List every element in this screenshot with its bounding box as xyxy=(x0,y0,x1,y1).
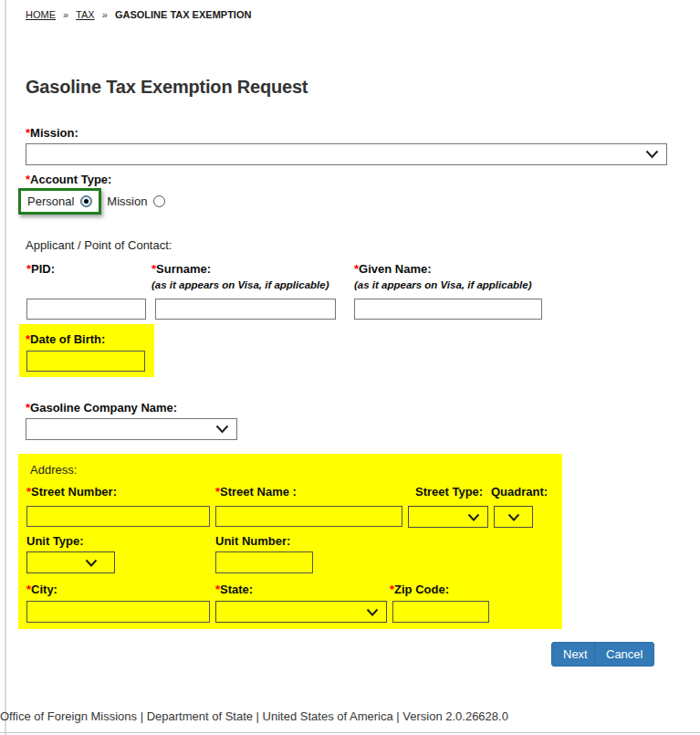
address-section-heading: Address: xyxy=(30,463,77,477)
quadrant-select[interactable] xyxy=(494,506,533,528)
given-name-label: *Given Name: xyxy=(354,262,432,276)
mission-label: *Mission: xyxy=(26,126,78,140)
street-name-label: *Street Name : xyxy=(215,485,297,499)
date-of-birth-label: *Date of Birth: xyxy=(26,332,105,346)
applicant-section-heading: Applicant / Point of Contact: xyxy=(26,238,172,252)
account-type-radio-group: Personal Mission xyxy=(18,188,165,215)
breadcrumb-current-page: GASOLINE TAX EXEMPTION xyxy=(115,9,252,20)
given-name-input[interactable] xyxy=(354,299,542,320)
unit-type-label: Unit Type: xyxy=(26,534,84,548)
pid-input[interactable] xyxy=(26,299,146,320)
date-of-birth-input[interactable] xyxy=(26,351,145,372)
breadcrumb-home-link[interactable]: HOME xyxy=(26,9,56,20)
selection-highlight-box: Personal xyxy=(18,188,101,215)
account-type-mission-label: Mission xyxy=(107,194,147,208)
quadrant-label: Quadrant: xyxy=(491,485,548,499)
account-type-radio-personal[interactable] xyxy=(80,195,92,207)
chevron-down-icon xyxy=(507,513,520,521)
page-bottom-border xyxy=(0,732,700,733)
cancel-button[interactable]: Cancel xyxy=(594,642,654,667)
chevron-down-icon xyxy=(85,559,98,567)
city-label: *City: xyxy=(26,583,57,596)
next-button[interactable]: Next xyxy=(551,642,600,667)
zip-code-input[interactable] xyxy=(392,601,489,623)
chevron-down-icon xyxy=(467,513,480,521)
footer-text: Office of Foreign Missions | Department … xyxy=(0,709,508,723)
pid-label: *PID: xyxy=(26,262,55,276)
breadcrumb-separator: » xyxy=(63,9,68,20)
unit-number-input[interactable] xyxy=(215,551,313,573)
breadcrumb: HOME » TAX » GASOLINE TAX EXEMPTION xyxy=(26,9,251,20)
account-type-radio-mission[interactable] xyxy=(153,195,165,207)
account-type-personal-label: Personal xyxy=(27,194,74,208)
surname-input[interactable] xyxy=(155,299,336,320)
surname-visa-note: (as it appears on Visa, if applicable) xyxy=(151,279,329,290)
chevron-down-icon xyxy=(645,150,659,159)
page-title: Gasoline Tax Exemption Request xyxy=(26,77,308,98)
zip-code-label: *Zip Code: xyxy=(390,583,449,596)
chevron-down-icon xyxy=(366,608,379,616)
state-label: *State: xyxy=(215,583,253,596)
street-type-label: Street Type: xyxy=(415,485,483,499)
city-input[interactable] xyxy=(26,601,210,623)
mission-select[interactable] xyxy=(26,143,667,165)
surname-label: *Surname: xyxy=(151,262,211,276)
street-type-select[interactable] xyxy=(408,506,488,528)
breadcrumb-tax-link[interactable]: TAX xyxy=(76,9,95,20)
breadcrumb-separator: » xyxy=(102,9,108,20)
account-type-label: *Account Type: xyxy=(26,173,111,186)
chevron-down-icon xyxy=(215,425,229,434)
gasoline-company-select[interactable] xyxy=(26,418,237,440)
unit-number-label: Unit Number: xyxy=(215,534,290,548)
gasoline-company-label: *Gasoline Company Name: xyxy=(26,401,177,415)
street-number-input[interactable] xyxy=(26,506,210,527)
street-number-label: *Street Number: xyxy=(26,485,117,499)
state-select[interactable] xyxy=(215,601,387,623)
unit-type-select[interactable] xyxy=(26,551,115,573)
given-name-visa-note: (as it appears on Visa, if applicable) xyxy=(354,279,532,290)
street-name-input[interactable] xyxy=(215,506,402,527)
page-left-border xyxy=(5,0,6,735)
